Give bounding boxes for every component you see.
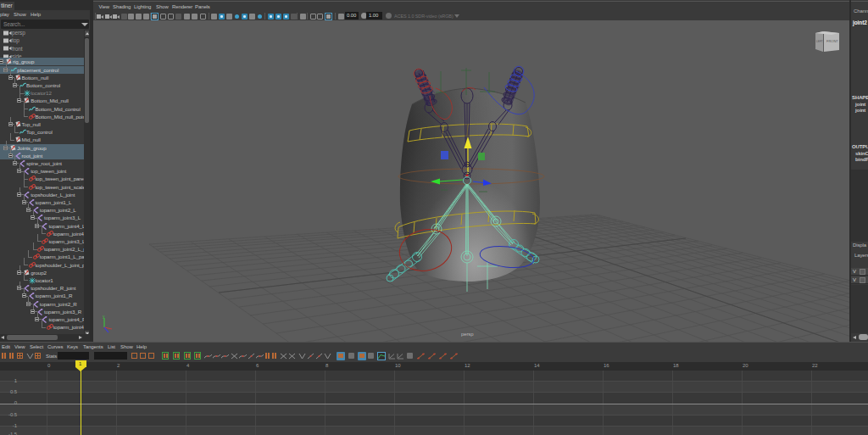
svg-text:LEFT: LEFT [816,40,823,43]
svg-text:y: y [103,314,105,319]
svg-text:FRONT: FRONT [826,39,838,43]
